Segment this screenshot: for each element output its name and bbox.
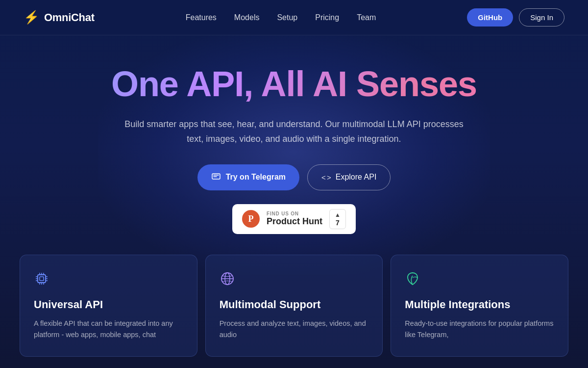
nav-features[interactable]: Features bbox=[186, 13, 217, 22]
svg-rect-1 bbox=[38, 275, 46, 283]
explore-api-button[interactable]: < > Explore API bbox=[307, 164, 391, 190]
globe-icon bbox=[220, 271, 235, 290]
card-multimodal: Multimodal Support Process and analyze t… bbox=[205, 255, 383, 357]
cpu-icon bbox=[34, 271, 49, 290]
product-hunt-logo: P bbox=[242, 210, 260, 228]
svg-rect-2 bbox=[40, 277, 44, 281]
product-hunt-upvote[interactable]: ▲ 7 bbox=[329, 209, 346, 229]
card-universal-api: Universal API A flexible API that can be… bbox=[20, 255, 197, 357]
telegram-button[interactable]: Try on Telegram bbox=[197, 164, 299, 190]
nav-team[interactable]: Team bbox=[357, 13, 376, 22]
hero-section: One API, All AI Senses Build smarter app… bbox=[0, 35, 588, 234]
product-hunt-badge[interactable]: P FIND US ON Product Hunt ▲ 7 bbox=[232, 204, 356, 234]
card-universal-api-title: Universal API bbox=[34, 298, 183, 312]
product-hunt-name: Product Hunt bbox=[267, 216, 322, 227]
github-button[interactable]: GitHub bbox=[467, 8, 513, 26]
card-multimodal-title: Multimodal Support bbox=[220, 298, 369, 312]
product-hunt-text: FIND US ON Product Hunt bbox=[267, 211, 322, 227]
nav-models[interactable]: Models bbox=[234, 13, 260, 22]
card-integrations-title: Multiple Integrations bbox=[405, 298, 554, 312]
card-universal-api-desc: A flexible API that can be integrated in… bbox=[34, 318, 183, 341]
nav-actions: GitHub Sign In bbox=[467, 8, 564, 26]
logo-icon: ⚡ bbox=[24, 10, 39, 25]
logo-text: OmniChat bbox=[44, 11, 95, 24]
card-multimodal-desc: Process and analyze text, images, videos… bbox=[220, 318, 369, 341]
nav-setup[interactable]: Setup bbox=[277, 13, 297, 22]
hero-title: One API, All AI Senses bbox=[0, 65, 588, 104]
card-integrations-desc: Ready-to-use integrations for popular pl… bbox=[405, 318, 554, 341]
upvote-count: 7 bbox=[336, 219, 340, 227]
product-hunt-find: FIND US ON bbox=[267, 211, 299, 216]
leaf-icon bbox=[405, 271, 420, 290]
cards-section: Universal API A flexible API that can be… bbox=[0, 255, 588, 357]
card-integrations: Multiple Integrations Ready-to-use integ… bbox=[391, 255, 568, 357]
signin-button[interactable]: Sign In bbox=[519, 8, 564, 26]
telegram-label: Try on Telegram bbox=[226, 173, 286, 182]
logo: ⚡ OmniChat bbox=[24, 10, 95, 25]
navbar: ⚡ OmniChat Features Models Setup Pricing… bbox=[0, 0, 588, 35]
upvote-arrow-icon: ▲ bbox=[335, 211, 341, 218]
explore-api-label: Explore API bbox=[336, 173, 377, 182]
nav-links: Features Models Setup Pricing Team bbox=[186, 13, 376, 22]
nav-pricing[interactable]: Pricing bbox=[315, 13, 339, 22]
code-icon: < > bbox=[321, 173, 331, 182]
telegram-icon bbox=[211, 171, 221, 184]
hero-subtitle: Build smarter apps that see, hear, and u… bbox=[122, 117, 466, 146]
hero-buttons: Try on Telegram < > Explore API bbox=[0, 164, 588, 190]
